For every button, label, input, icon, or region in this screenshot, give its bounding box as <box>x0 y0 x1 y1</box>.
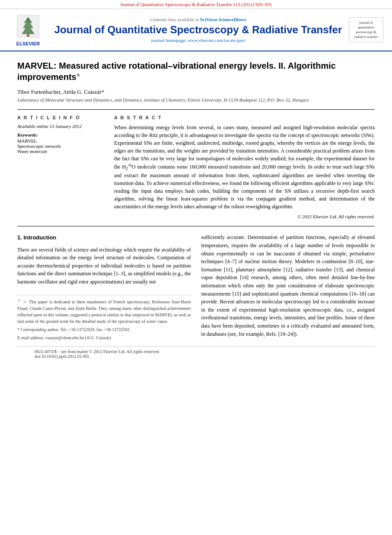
journal-header: 🌳 ELSEVIER Contents lists available at S… <box>0 9 392 51</box>
abstract-section: A B S T R A C T When determining energy … <box>114 115 375 219</box>
sciverse-link[interactable]: SciVerse ScienceDirect <box>200 17 246 22</box>
keyword-marvel: MARVEL <box>17 138 104 143</box>
section1-title: 1. Introduction <box>17 233 191 242</box>
journal-header-center: Contents lists available at SciVerse Sci… <box>48 17 349 43</box>
article-info-abstract-area: A R T I C L E I N F O Available online 1… <box>17 109 375 219</box>
keywords-list: MARVEL Spectroscopic network Water molec… <box>17 138 104 154</box>
issn-text: 0022-4073/$ – see front matter © 2012 El… <box>35 349 159 354</box>
authors: Tibor Furtenbacher, Attila G. Császár* <box>17 89 375 96</box>
sciverse-line: Contents lists available at SciVerse Sci… <box>48 17 349 22</box>
elsevier-label: ELSEVIER <box>16 41 40 46</box>
journal-small-logo: journal of quantitative pectroscopy & ra… <box>349 17 383 43</box>
section1-right-text: sufficiently accurate. Determination of … <box>201 233 375 338</box>
section1-left-text: There are several fields of science and … <box>17 246 191 286</box>
paper-title: MARVEL: Measured active rotational–vibra… <box>17 60 375 83</box>
abstract-label: A B S T R A C T <box>114 115 375 120</box>
paper-body: MARVEL: Measured active rotational–vibra… <box>0 51 392 370</box>
main-col-left: 1. Introduction There are several fields… <box>17 233 191 342</box>
main-col-right: sufficiently accurate. Determination of … <box>201 233 375 342</box>
main-text-area: 1. Introduction There are several fields… <box>17 233 375 342</box>
available-online: Available online 13 January 2012 <box>17 124 104 129</box>
elsevier-logo-area: 🌳 ELSEVIER <box>9 13 48 46</box>
footnote-email: E-mail address: csaszar@chem.elte.hu (A.… <box>17 334 191 341</box>
keyword-water: Water molecule <box>17 149 104 154</box>
homepage-url[interactable]: www.elsevier.com/locate/jqsrt <box>188 38 245 43</box>
footnote-area: ☆ ☆ This paper is dedicated to three mus… <box>17 295 191 341</box>
journal-homepage: journal homepage: www.elsevier.com/locat… <box>48 38 349 43</box>
section-divider <box>17 226 375 226</box>
affiliation: Laboratory of Molecular Structure and Dy… <box>17 97 375 102</box>
keywords-label: Keywords: <box>17 132 104 137</box>
svg-rect-3 <box>27 34 29 37</box>
article-info-label: A R T I C L E I N F O <box>17 115 104 120</box>
abstract-text: When determining energy levels from seve… <box>114 124 375 210</box>
journal-citation: Journal of Quantitative Spectroscopy & R… <box>120 2 272 7</box>
footnote-star: ☆ ☆ This paper is dedicated to three mus… <box>17 298 191 325</box>
journal-title: Journal of Quantitative Spectroscopy & R… <box>48 24 349 36</box>
article-info: A R T I C L E I N F O Available online 1… <box>17 115 104 219</box>
keyword-sn: Spectroscopic network <box>17 143 104 149</box>
doi-text: doi:10.1016/j.jqsrt.2012.01.005 <box>35 354 89 359</box>
title-star: ☆ <box>76 73 80 77</box>
bottom-bar: 0022-4073/$ – see front matter © 2012 El… <box>17 346 375 361</box>
copyright-notice: © 2012 Elsevier Ltd. All rights reserved… <box>114 214 375 219</box>
journal-citation-bar: Journal of Quantitative Spectroscopy & R… <box>0 0 392 9</box>
footnote-corresponding: * Corresponding author. Tel.: +36 137229… <box>17 326 191 333</box>
elsevier-tree-icon: 🌳 <box>15 13 41 39</box>
